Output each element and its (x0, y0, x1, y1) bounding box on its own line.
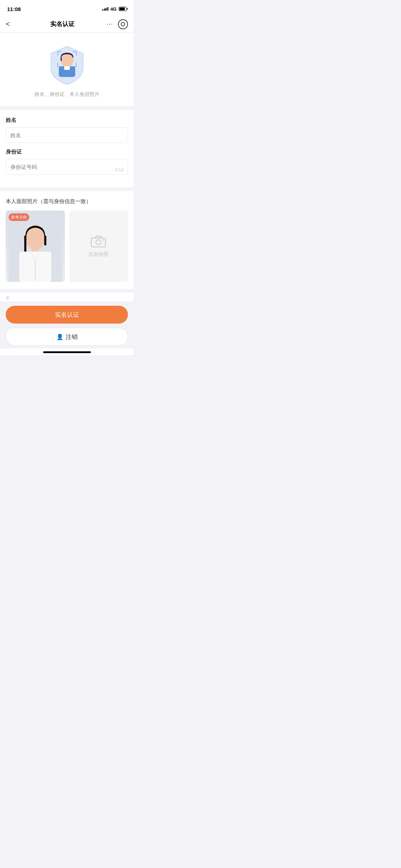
svg-rect-3 (76, 51, 77, 56)
photo-upload-button[interactable]: 点击拍照 (69, 211, 128, 282)
battery-icon (119, 7, 127, 11)
svg-rect-15 (44, 236, 46, 246)
name-input[interactable] (6, 127, 128, 143)
hero-subtitle: 姓名、身份证、本人免冠照片 (35, 91, 99, 98)
back-button[interactable]: < (6, 20, 19, 28)
cancel-label: 注销 (66, 333, 78, 341)
status-time: 11:08 (7, 6, 21, 12)
photo-section: 本人面部照片（需与身份信息一致） 参考示例 (0, 191, 134, 289)
name-label: 姓名 (6, 117, 128, 124)
svg-rect-19 (35, 260, 36, 281)
id-input[interactable] (6, 159, 128, 175)
svg-rect-16 (24, 236, 26, 253)
photo-sample: 参考示例 (6, 211, 65, 282)
more-options-button[interactable]: ··· (107, 20, 113, 28)
svg-point-22 (103, 239, 104, 241)
nav-actions: ··· (107, 19, 128, 29)
id-counter: 0/18 (115, 167, 124, 172)
camera-button[interactable] (118, 19, 128, 29)
status-bar: 11:08 4G (0, 0, 134, 16)
svg-rect-9 (61, 57, 62, 61)
upload-label: 点击拍照 (88, 251, 108, 258)
form-section: 姓名 身份证 0/18 (0, 110, 134, 187)
button-section: 实名认证 👤 注销 (0, 301, 134, 348)
cancel-button[interactable]: 👤 注销 (6, 328, 128, 346)
verify-button[interactable]: 实名认证 (6, 306, 128, 324)
hero-section: 姓名、身份证、本人免冠照片 (0, 33, 134, 106)
svg-point-21 (96, 240, 101, 245)
person-illustration (6, 211, 65, 282)
id-input-wrapper: 0/18 (6, 159, 128, 180)
svg-rect-1 (57, 51, 58, 56)
shield-avatar (47, 43, 87, 86)
photo-row: 参考示例 (6, 211, 128, 282)
id-label: 身份证 (6, 149, 128, 155)
network-type: 4G (110, 6, 117, 12)
cancel-icon: 👤 (56, 334, 63, 340)
nav-bar: < 实名认证 ··· (0, 16, 134, 33)
svg-rect-5 (57, 63, 58, 67)
photo-label: 本人面部照片（需与身份信息一致） (6, 198, 128, 205)
svg-rect-7 (76, 63, 77, 67)
status-icons: 4G (102, 6, 127, 12)
svg-point-17 (29, 231, 42, 246)
hint-text: 不 (6, 296, 10, 301)
page-title: 实名认证 (50, 20, 74, 28)
sample-badge: 参考示例 (9, 213, 29, 221)
signal-icon (102, 7, 108, 11)
home-bar (43, 351, 91, 353)
hint-strip: 不 (0, 293, 134, 301)
home-indicator (0, 348, 134, 355)
